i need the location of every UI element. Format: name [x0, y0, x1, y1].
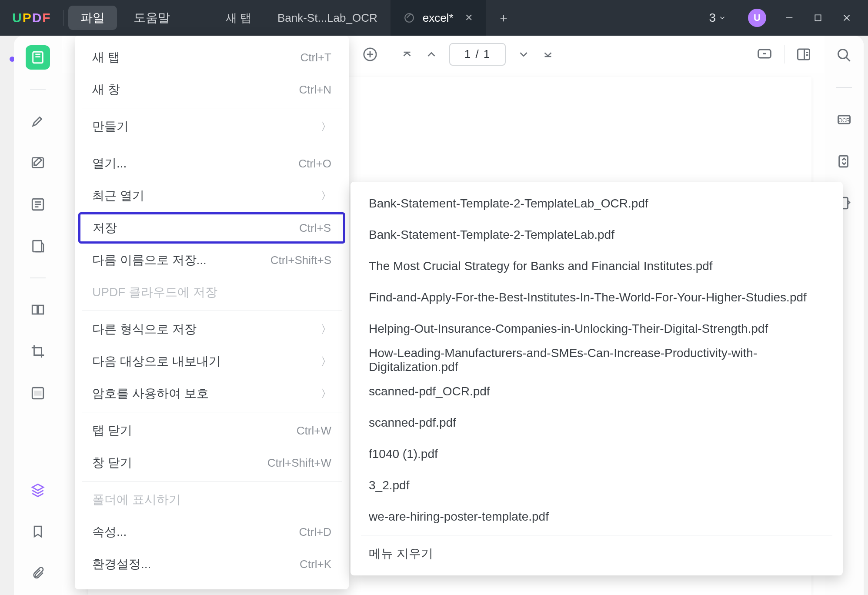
crop-tool[interactable] — [26, 339, 50, 364]
menu-separator — [82, 108, 342, 108]
menu-save-other-format[interactable]: 다른 형식으로 저장〉 — [80, 314, 344, 345]
tab-label: 새 탭 — [226, 10, 251, 26]
recent-file-item[interactable]: How-Leading-Manufacturers-and-SMEs-Can-I… — [357, 344, 837, 376]
recent-file-item[interactable]: Bank-Statement-Template-2-TemplateLab.pd… — [357, 219, 837, 251]
present-icon[interactable] — [756, 46, 773, 63]
recent-file-item[interactable]: f1040 (1).pdf — [357, 438, 837, 470]
menu-save[interactable]: 저장Ctrl+S — [78, 212, 345, 244]
menu-close-tab[interactable]: 탭 닫기Ctrl+W — [80, 415, 344, 446]
chevron-right-icon: 〉 — [321, 354, 331, 368]
form-tool[interactable] — [26, 192, 50, 217]
menu-shortcut: Ctrl+S — [299, 221, 331, 235]
attachment-tool[interactable] — [26, 561, 50, 585]
menu-create[interactable]: 만들기〉 — [80, 111, 344, 142]
menu-open[interactable]: 열기...Ctrl+O — [80, 148, 344, 179]
svg-rect-5 — [33, 241, 42, 252]
menu-separator — [82, 311, 342, 311]
menu-item-label: 속성... — [92, 524, 127, 540]
document-tabs: 새 탭 Bank-St...Lab_OCR excel* ✕ ＋ — [213, 0, 694, 36]
add-tab-button[interactable]: ＋ — [493, 7, 514, 29]
user-avatar[interactable]: U — [748, 9, 766, 27]
menu-export[interactable]: 다음 대상으로 내보내기〉 — [80, 346, 344, 377]
notification-badge[interactable]: 3 — [709, 11, 726, 25]
recent-file-item[interactable]: scanned-pdf.pdf — [357, 407, 837, 438]
window-maximize[interactable] — [812, 12, 824, 23]
tab-bank-ocr[interactable]: Bank-St...Lab_OCR — [264, 0, 391, 36]
menu-item-label: 환경설정... — [92, 556, 151, 572]
recent-file-item[interactable]: Bank-Statement-Template-2-TemplateLab_OC… — [357, 188, 837, 219]
next-page-icon[interactable] — [517, 48, 530, 61]
compare-tool[interactable] — [26, 298, 50, 322]
rail-separator — [30, 277, 46, 278]
menu-close-window[interactable]: 창 닫기Ctrl+Shift+W — [80, 447, 344, 478]
last-page-icon[interactable] — [541, 48, 554, 61]
recent-file-item[interactable]: scanned-pdf_OCR.pdf — [357, 376, 837, 407]
side-panel-icon[interactable] — [796, 47, 811, 62]
tab-excel[interactable]: excel* ✕ — [391, 0, 486, 36]
reader-tool[interactable] — [26, 45, 50, 70]
recent-file-item[interactable]: Find-and-Apply-For-the-Best-Institutes-I… — [357, 282, 837, 313]
logo-f: F — [42, 10, 51, 25]
menu-item-label: 다름 이름으로 저장... — [92, 252, 207, 268]
menu-item-label: 만들기 — [92, 118, 129, 135]
left-tool-rail — [14, 36, 62, 595]
highlight-tool[interactable] — [26, 109, 50, 133]
toolbar-separator — [389, 45, 389, 64]
menu-item-label: 저장 — [93, 220, 117, 236]
recent-clear[interactable]: 메뉴 지우기 — [357, 538, 837, 569]
chevron-right-icon: 〉 — [321, 189, 331, 203]
menu-item-label: 암호를 사용하여 보호 — [92, 385, 209, 402]
window-controls: 3 U — [693, 9, 868, 27]
bookmark-tool[interactable] — [26, 519, 50, 544]
menu-protect[interactable]: 암호를 사용하여 보호〉 — [80, 378, 344, 409]
window-minimize[interactable] — [784, 12, 795, 23]
svg-rect-7 — [38, 305, 43, 314]
app-logo: UPDF — [0, 10, 63, 25]
recent-file-item[interactable]: 3_2.pdf — [357, 470, 837, 501]
menu-item-label: 다음 대상으로 내보내기 — [92, 353, 221, 370]
menu-preferences[interactable]: 환경설정...Ctrl+K — [80, 548, 344, 580]
menu-shortcut: Ctrl+D — [299, 525, 331, 539]
file-menu: 새 탭Ctrl+T 새 창Ctrl+N 만들기〉 열기...Ctrl+O 최근 … — [75, 36, 349, 589]
menu-shortcut: Ctrl+N — [299, 83, 331, 97]
tab-close-icon[interactable]: ✕ — [465, 12, 473, 23]
menubar: 파일 도움말 — [68, 0, 187, 36]
prev-page-icon[interactable] — [425, 48, 438, 61]
tab-label: excel* — [423, 11, 454, 25]
menu-item-label: 열기... — [92, 155, 127, 172]
page-number-input[interactable]: 1 / 1 — [449, 43, 506, 66]
menu-help[interactable]: 도움말 — [121, 6, 182, 30]
annotate-tool[interactable] — [26, 150, 50, 175]
layers-tool[interactable] — [26, 478, 50, 502]
page-tool[interactable] — [26, 234, 50, 258]
menu-item-label: 새 탭 — [92, 49, 120, 66]
menu-separator — [82, 481, 342, 481]
menu-save-cloud: UPDF 클라우드에 저장 — [80, 277, 344, 308]
svg-rect-1 — [815, 15, 821, 20]
menu-new-tab[interactable]: 새 탭Ctrl+T — [80, 42, 344, 73]
menu-new-window[interactable]: 새 창Ctrl+N — [80, 74, 344, 105]
title-bar: UPDF 파일 도움말 새 탭 Bank-St...Lab_OCR excel*… — [0, 0, 868, 36]
zoom-in-icon[interactable] — [363, 47, 377, 62]
menu-recent[interactable]: 최근 열기〉 — [80, 180, 344, 211]
first-page-icon[interactable] — [401, 48, 414, 61]
convert-icon[interactable] — [834, 151, 854, 171]
menu-separator — [82, 145, 342, 145]
menu-save-as[interactable]: 다름 이름으로 저장...Ctrl+Shift+S — [80, 244, 344, 276]
search-icon[interactable] — [834, 45, 854, 65]
menu-item-label: 탭 닫기 — [92, 422, 132, 439]
recent-file-item[interactable]: Helping-Out-Insurance-Companies-in-Unloc… — [357, 313, 837, 344]
menu-item-label: 폴더에 표시하기 — [92, 491, 181, 508]
redact-tool[interactable] — [26, 381, 50, 405]
recent-file-item[interactable]: The Most Crucial Strategy for Banks and … — [357, 251, 837, 282]
ocr-icon[interactable]: OCR — [834, 110, 854, 130]
menu-shortcut: Ctrl+Shift+W — [267, 456, 331, 470]
badge-count: 3 — [709, 11, 716, 25]
menu-properties[interactable]: 속성...Ctrl+D — [80, 516, 344, 548]
menu-item-label: 창 닫기 — [92, 455, 132, 471]
recent-file-item[interactable]: we-are-hiring-poster-template.pdf — [357, 501, 837, 532]
tab-new[interactable]: 새 탭 — [213, 0, 264, 36]
menu-item-label: 최근 열기 — [92, 187, 144, 204]
menu-file[interactable]: 파일 — [68, 6, 117, 30]
window-close[interactable] — [841, 12, 852, 23]
